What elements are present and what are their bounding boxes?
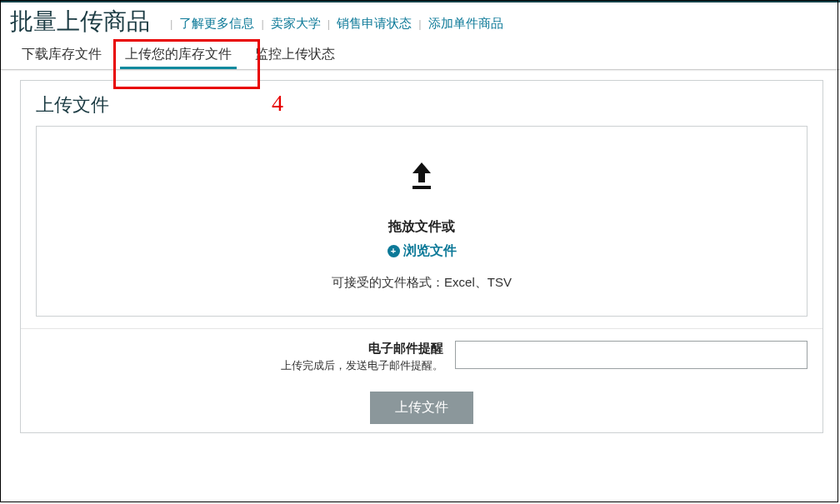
drop-zone[interactable]: 拖放文件或 + 浏览文件 可接受的文件格式：Excel、TSV (36, 126, 808, 317)
link-learn-more[interactable]: 了解更多信息 (178, 16, 256, 32)
link-sep: | (322, 17, 335, 30)
browse-file-link[interactable]: + 浏览文件 (388, 242, 457, 260)
email-label-block: 电子邮件提醒 上传完成后，发送电子邮件提醒。 (36, 341, 448, 373)
tab-monitor-status[interactable]: 监控上传状态 (243, 42, 347, 69)
link-sales-status[interactable]: 销售申请状态 (335, 16, 413, 32)
tab-upload-inventory[interactable]: 上传您的库存文件 (113, 42, 243, 69)
email-input[interactable] (455, 341, 808, 369)
header-links: | 了解更多信息 | 卖家大学 | 销售申请状态 | 添加单件商品 (165, 16, 505, 32)
header: 批量上传商品 | 了解更多信息 | 卖家大学 | 销售申请状态 | 添加单件商品 (0, 2, 840, 37)
content: 上传文件 拖放文件或 + 浏览文件 可接受的文件格式：Excel、TSV 电 (0, 70, 840, 433)
link-add-single[interactable]: 添加单件商品 (427, 16, 505, 32)
email-reminder-row: 电子邮件提醒 上传完成后，发送电子邮件提醒。 (21, 328, 822, 377)
tab-download-inventory[interactable]: 下载库存文件 (10, 42, 113, 69)
upload-icon (406, 160, 438, 192)
tabs: 下载库存文件 上传您的库存文件 监控上传状态 (0, 37, 840, 70)
svg-rect-0 (412, 186, 431, 189)
browse-label: 浏览文件 (403, 242, 457, 260)
drop-text: 拖放文件或 (53, 218, 790, 236)
link-sep: | (413, 17, 426, 30)
submit-row: 上传文件 (21, 377, 822, 432)
plus-icon: + (388, 245, 400, 257)
upload-card: 上传文件 拖放文件或 + 浏览文件 可接受的文件格式：Excel、TSV 电 (20, 80, 823, 433)
link-sep: | (165, 17, 178, 30)
upload-button[interactable]: 上传文件 (370, 392, 473, 424)
email-hint: 上传完成后，发送电子邮件提醒。 (36, 358, 443, 373)
page-root: 批量上传商品 | 了解更多信息 | 卖家大学 | 销售申请状态 | 添加单件商品… (0, 0, 840, 433)
card-title: 上传文件 (21, 81, 822, 126)
accepted-formats-text: 可接受的文件格式：Excel、TSV (53, 275, 790, 291)
link-sep: | (256, 17, 268, 30)
email-label: 电子邮件提醒 (36, 341, 443, 357)
page-title: 批量上传商品 (10, 6, 150, 37)
link-seller-university[interactable]: 卖家大学 (269, 16, 322, 32)
